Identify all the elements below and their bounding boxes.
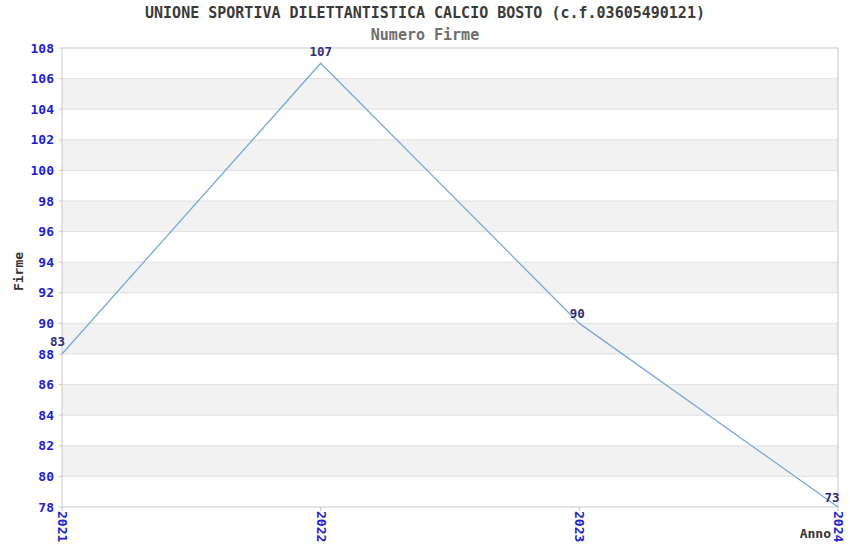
y-tick-label: 100 [31, 163, 55, 178]
y-tick-label: 102 [31, 132, 54, 147]
y-tick-label: 108 [31, 41, 55, 56]
y-tick-label: 96 [38, 224, 54, 239]
plot-band [62, 385, 838, 416]
plot-band [62, 262, 838, 293]
point-value-label: 90 [570, 306, 585, 321]
point-value-label: 107 [309, 44, 332, 59]
x-tick-label: 2024 [831, 511, 846, 542]
point-value-label: 83 [50, 334, 65, 349]
plot-band [62, 446, 838, 477]
x-tick-label: 2021 [55, 511, 70, 542]
y-tick-label: 104 [31, 102, 55, 117]
plot-band [62, 323, 838, 354]
y-tick-label: 78 [38, 500, 54, 515]
x-tick-label: 2023 [572, 511, 587, 542]
plot-band [62, 140, 838, 171]
y-tick-label: 86 [38, 377, 54, 392]
chart-page: { "header": { "title": "UNIONE SPORTIVA … [0, 0, 850, 550]
y-tick-label: 82 [38, 438, 54, 453]
plot-band [62, 201, 838, 232]
y-tick-label: 98 [38, 194, 54, 209]
y-tick-label: 90 [38, 316, 54, 331]
x-tick-label: 2022 [314, 511, 329, 542]
y-tick-label: 80 [38, 469, 54, 484]
y-tick-label: 106 [31, 71, 55, 86]
y-tick-label: 92 [38, 285, 54, 300]
line-chart-plot: 7880828486889092949698100102104106108202… [0, 0, 850, 550]
y-tick-label: 84 [38, 408, 54, 423]
y-tick-label: 94 [38, 255, 54, 270]
plot-band [62, 79, 838, 110]
point-value-label: 73 [824, 490, 839, 505]
